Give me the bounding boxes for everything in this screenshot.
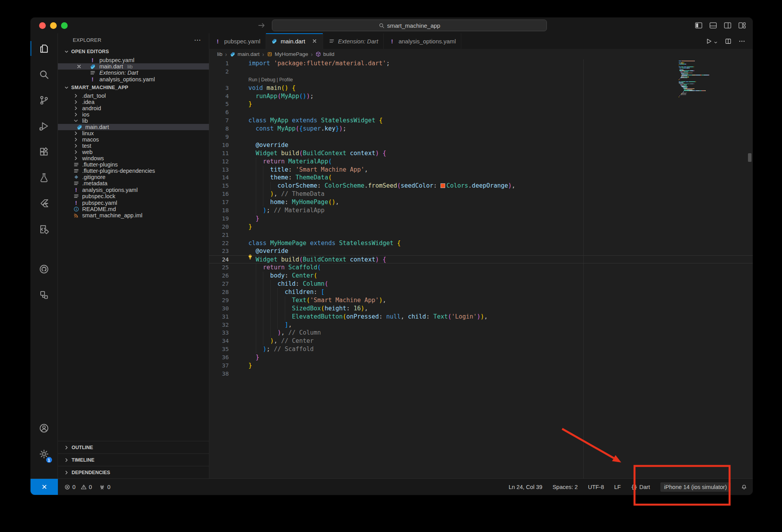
activity-accounts[interactable]	[31, 415, 58, 441]
tree-item-.idea[interactable]: .idea	[58, 99, 209, 105]
code-line-31[interactable]: 31 ElevatedButton(onPressed: null, child…	[209, 313, 753, 321]
code-line-32[interactable]: 32 ],	[209, 321, 753, 329]
sidebar-panel-outline[interactable]: OUTLINE	[58, 441, 209, 453]
tab-pubspec.yaml[interactable]: !pubspec.yaml	[209, 33, 266, 49]
tree-item-.flutter-plugins[interactable]: .flutter-plugins	[58, 161, 209, 168]
status-problems[interactable]: 00	[64, 484, 92, 490]
tree-item-lib[interactable]: lib	[58, 118, 209, 124]
code-line-26[interactable]: 26 body: Center(	[209, 272, 753, 280]
tree-item-windows[interactable]: windows	[58, 155, 209, 161]
tree-item-.metadata[interactable]: .metadata	[58, 180, 209, 186]
code-line-37[interactable]: 37}	[209, 362, 753, 370]
toggle-panel-icon[interactable]	[709, 21, 717, 30]
code-editor[interactable]: 1import 'package:flutter/material.dart';…	[209, 59, 753, 478]
breadcrumb-MyHomePage[interactable]: MyHomePage	[267, 51, 308, 57]
breadcrumb-lib[interactable]: lib	[217, 51, 223, 57]
code-line-4[interactable]: 4 runApp(MyApp());	[209, 92, 753, 100]
activity-testing[interactable]	[31, 165, 58, 190]
activity-source-control[interactable]	[31, 87, 58, 113]
code-line-34[interactable]: 34 ), // Center	[209, 337, 753, 345]
code-line-33[interactable]: 33 ), // Column	[209, 329, 753, 337]
maximize-window-button[interactable]	[61, 22, 68, 29]
code-line-29[interactable]: 29 Text('Smart Machine App'),	[209, 296, 753, 305]
tree-item-pubspec.yaml[interactable]: !pubspec.yaml	[58, 199, 209, 206]
project-header[interactable]: SMART_MACHINE_APP	[58, 82, 209, 93]
status-device[interactable]: iPhone 14 (ios simulator)	[660, 482, 731, 492]
activity-explorer[interactable]	[31, 36, 58, 61]
scrollbar-thumb[interactable]	[748, 153, 751, 162]
tab-analysis_options.yaml[interactable]: !analysis_options.yaml	[384, 33, 462, 49]
activity-dart-devtools[interactable]	[31, 216, 58, 242]
activity-settings[interactable]: 1	[31, 441, 58, 467]
open-editor-analysis_options.yaml[interactable]: !analysis_options.yaml	[58, 76, 209, 82]
activity-extensions[interactable]	[31, 139, 58, 165]
code-line-14[interactable]: 14 theme: ThemeData(	[209, 174, 753, 182]
tree-item-macos[interactable]: macos	[58, 136, 209, 143]
code-line-3[interactable]: 3void main() {	[209, 84, 753, 92]
run-or-debug-button[interactable]	[705, 38, 718, 45]
code-lens-row[interactable]: Run | Debug | Profile	[209, 76, 753, 84]
sidebar-panel-dependencies[interactable]: DEPENDENCIES	[58, 466, 209, 478]
tree-item-test[interactable]: test	[58, 143, 209, 149]
code-line-11[interactable]: 11 Widget build(BuildContext context) {	[209, 149, 753, 158]
status-ports[interactable]: 0	[99, 484, 110, 490]
code-line-1[interactable]: 1import 'package:flutter/material.dart';	[209, 59, 753, 68]
status-cursor-position[interactable]: Ln 24, Col 39	[509, 484, 542, 490]
code-line-9[interactable]: 9	[209, 133, 753, 141]
code-line-35[interactable]: 35 ); // Scaffold	[209, 345, 753, 353]
open-editor-main.dart[interactable]: main.dartlib	[58, 63, 209, 70]
status-encoding[interactable]: UTF-8	[588, 484, 604, 490]
tree-item-README.md[interactable]: README.md	[58, 206, 209, 212]
code-line-13[interactable]: 13 title: 'Smart Machine App',	[209, 166, 753, 174]
status-eol[interactable]: LF	[614, 484, 621, 490]
code-line-2[interactable]: 2	[209, 68, 753, 76]
breadcrumb-main.dart[interactable]: main.dart	[230, 51, 259, 57]
tree-item-pubspec.lock[interactable]: pubspec.lock	[58, 193, 209, 199]
toggle-secondary-sidebar-icon[interactable]	[723, 21, 732, 30]
status-bell[interactable]	[741, 484, 747, 490]
close-window-button[interactable]	[39, 22, 46, 29]
code-line-27[interactable]: 27 child: Column(	[209, 280, 753, 288]
code-line-25[interactable]: 25 return Scaffold(	[209, 263, 753, 272]
activity-github[interactable]	[31, 256, 58, 282]
toggle-primary-sidebar-icon[interactable]	[694, 21, 703, 30]
remote-indicator[interactable]	[31, 479, 58, 495]
tab-Extension: Dart[interactable]: Extension: Dart	[323, 33, 384, 49]
code-line-7[interactable]: 7class MyApp extends StatelessWidget {	[209, 116, 753, 125]
code-line-15[interactable]: 15 colorScheme: ColorScheme.fromSeed(see…	[209, 182, 753, 190]
code-line-23[interactable]: 23@override	[209, 247, 753, 255]
tree-item-main.dart[interactable]: main.dart	[58, 124, 209, 130]
code-line-8[interactable]: 8 const MyApp({super.key});	[209, 125, 753, 133]
back-icon[interactable]	[242, 21, 250, 30]
command-center-search[interactable]: smart_machine_app	[272, 20, 547, 31]
code-line-20[interactable]: 20}	[209, 223, 753, 231]
code-line-36[interactable]: 36 }	[209, 353, 753, 362]
minimize-window-button[interactable]	[50, 22, 57, 29]
code-lens[interactable]: Run | Debug | Profile	[248, 76, 293, 84]
activity-remote-explorer[interactable]	[31, 282, 58, 308]
code-line-18[interactable]: 18 ); // MaterialApp	[209, 206, 753, 215]
open-editors-header[interactable]: OPEN EDITORS	[58, 47, 209, 57]
sidebar-panel-timeline[interactable]: TIMELINE	[58, 453, 209, 466]
code-line-5[interactable]: 5}	[209, 100, 753, 108]
tree-item-.flutter-plugins-dependencies[interactable]: .flutter-plugins-dependencies	[58, 168, 209, 174]
status-indentation[interactable]: Spaces: 2	[552, 484, 578, 490]
open-editor-Extension: Dart[interactable]: Extension: Dart	[58, 70, 209, 76]
tree-item-analysis_options.yaml[interactable]: !analysis_options.yaml	[58, 186, 209, 193]
tab-main.dart[interactable]: main.dart	[266, 33, 324, 49]
forward-icon[interactable]	[257, 21, 266, 30]
more-actions-icon[interactable]: ⋯	[194, 36, 201, 44]
close-editor-icon[interactable]	[76, 63, 82, 70]
tree-item-smart_machine_app.iml[interactable]: smart_machine_app.iml	[58, 212, 209, 219]
status-language[interactable]: {}Dart	[631, 484, 650, 490]
tree-item-android[interactable]: android	[58, 105, 209, 111]
customize-layout-icon[interactable]	[738, 21, 746, 30]
activity-search[interactable]	[31, 61, 58, 87]
close-tab-icon[interactable]	[311, 38, 318, 44]
split-editor-button[interactable]	[724, 38, 732, 45]
code-line-17[interactable]: 17 home: MyHomePage(),	[209, 198, 753, 206]
activity-flutter[interactable]	[31, 190, 58, 216]
code-line-10[interactable]: 10 @override	[209, 141, 753, 149]
code-line-38[interactable]: 38	[209, 370, 753, 378]
tree-item-web[interactable]: web	[58, 149, 209, 155]
